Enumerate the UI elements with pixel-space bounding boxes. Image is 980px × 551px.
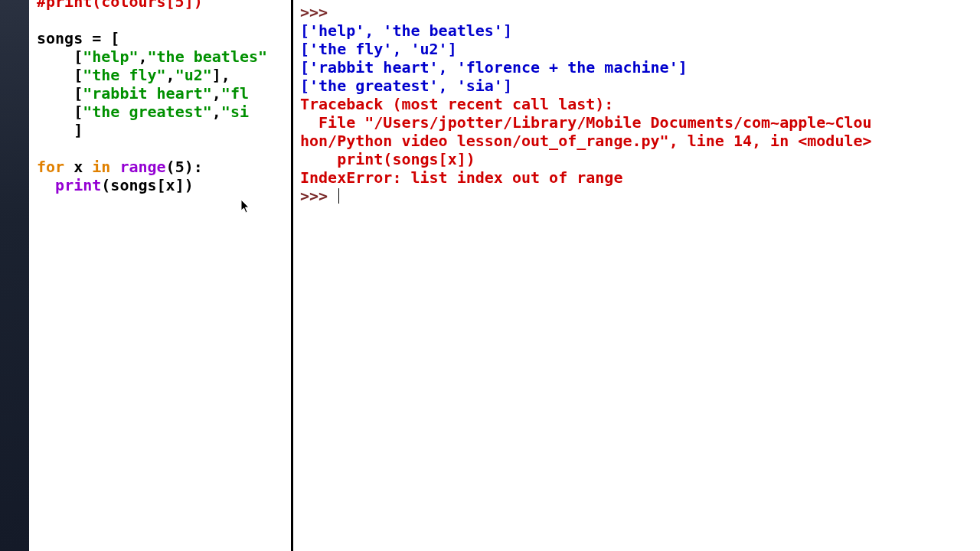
shell-prompt: >>> (300, 3, 328, 21)
shell-output-line: ['help', 'the beatles'] (300, 21, 512, 40)
in-keyword: in (92, 158, 110, 176)
shell-output-line: ['rabbit heart', 'florence + the machine… (300, 58, 688, 77)
traceback-line: Traceback (most recent call last): (300, 95, 613, 113)
code-editor-pane[interactable]: #print(colours[5]) songs = [ ["help","th… (29, 0, 293, 551)
text-cursor (338, 188, 339, 204)
desktop-background-strip (0, 0, 29, 551)
for-keyword: for (37, 158, 64, 176)
print-builtin: print (55, 176, 101, 194)
code-editor-content[interactable]: #print(colours[5]) songs = [ ["help","th… (29, 0, 291, 194)
traceback-line: hon/Python video lesson/out_of_range.py"… (300, 132, 872, 150)
comment-line: #print(colours[5]) (37, 0, 203, 11)
shell-output-line: ['the fly', 'u2'] (300, 40, 457, 58)
shell-prompt: >>> (300, 187, 337, 205)
traceback-line: print(songs[x]) (300, 150, 475, 168)
range-builtin: range (119, 158, 165, 176)
traceback-line: File "/Users/jpotter/Library/Mobile Docu… (300, 113, 872, 132)
traceback-line: IndexError: list index out of range (300, 168, 622, 187)
shell-output-line: ['the greatest', 'sia'] (300, 77, 512, 95)
python-shell-pane[interactable]: >>> ['help', 'the beatles'] ['the fly', … (296, 0, 980, 551)
songs-assign: songs = [ (37, 29, 119, 47)
shell-content[interactable]: >>> ['help', 'the beatles'] ['the fly', … (296, 0, 980, 205)
